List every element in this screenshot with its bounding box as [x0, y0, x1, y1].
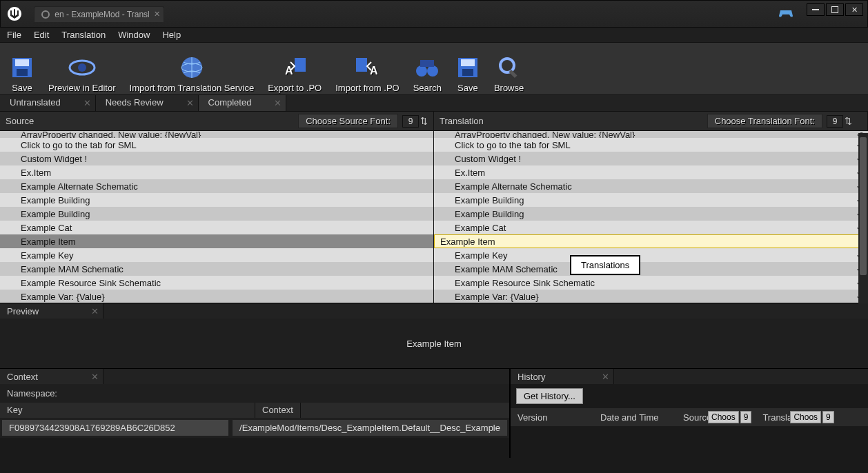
table-row[interactable]: Example Building↶	[434, 207, 868, 221]
svg-rect-0	[812, 9, 819, 10]
get-history-button[interactable]: Get History...	[516, 388, 583, 404]
source-font-size-spinner[interactable]: ⇅	[402, 115, 428, 128]
controller-icon[interactable]	[779, 8, 793, 19]
table-row[interactable]: ArrayProperty changed. New value: {NewVa…	[0, 131, 433, 138]
table-row[interactable]: Example Building↶	[434, 193, 868, 207]
choose-translation-font-button[interactable]: Choose Translation Font:	[707, 114, 822, 128]
context-panel: Context✕ Namespace: Key Context F0989734…	[0, 369, 511, 458]
preview-panel: Preview✕ Example Item	[0, 303, 868, 368]
table-row[interactable]: Example Cat	[0, 221, 433, 234]
search-button[interactable]: Search	[409, 45, 446, 93]
table-row-selected[interactable]: Example Item	[0, 234, 433, 248]
import-po-button[interactable]: A Import from .PO	[331, 45, 403, 93]
table-row[interactable]: Ex.Item↶	[434, 165, 868, 179]
choose-source-font-button[interactable]: Choose Source Font:	[298, 114, 398, 128]
close-button[interactable]: ✕	[845, 3, 863, 16]
close-icon[interactable]: ✕	[91, 306, 99, 316]
table-row[interactable]: Example Building	[0, 207, 433, 221]
table-row[interactable]: Example Resource Sink Schematic↶	[434, 276, 868, 290]
menubar: File Edit Translation Window Help	[0, 28, 868, 43]
choose-source-font-history-button[interactable]: Choos	[708, 411, 739, 423]
key-header: Key	[0, 403, 255, 418]
tab-preview[interactable]: Preview✕	[0, 303, 103, 319]
table-row[interactable]: Custom Widget !	[0, 152, 433, 165]
menu-window[interactable]: Window	[118, 30, 150, 40]
choose-translation-font-history-button[interactable]: Choos	[790, 411, 821, 423]
table-row[interactable]: Click to go to the tab for SML↶	[434, 138, 868, 152]
close-icon[interactable]: ✕	[186, 98, 194, 108]
svg-rect-18	[462, 69, 473, 76]
table-row[interactable]: Click to go to the tab for SML	[0, 138, 433, 152]
table-row[interactable]: Example Var: {Value}	[0, 290, 433, 303]
tab-completed[interactable]: Completed✕	[199, 95, 287, 111]
menu-file[interactable]: File	[7, 30, 21, 40]
tab-needs-review[interactable]: Needs Review✕	[96, 95, 199, 111]
ue-logo-icon	[1, 0, 28, 28]
table-row[interactable]: Example Cat↶	[434, 221, 868, 234]
svg-rect-4	[17, 69, 28, 76]
table-row[interactable]: ArrayProperty changed. New value: {NewVa…	[434, 131, 868, 138]
context-cell[interactable]: /ExampleMod/Items/Desc_ExampleItem.Defau…	[233, 420, 507, 436]
font-size-spinner[interactable]: 9	[740, 411, 752, 423]
tab-context[interactable]: Context✕	[0, 369, 103, 384]
table-row[interactable]: Example Var: {Value}↶	[434, 290, 868, 303]
translation-font-size-spinner[interactable]: ⇅	[827, 115, 852, 128]
table-row[interactable]: Example Resource Sink Schematic	[0, 276, 433, 290]
key-cell[interactable]: F0989734423908A1769289AB6C26D852	[2, 420, 228, 436]
browse-button[interactable]: Browse	[490, 45, 528, 93]
context-table-header: Key Context	[0, 403, 509, 418]
table-row[interactable]: Ex.Item	[0, 165, 433, 179]
source-column: ArrayProperty changed. New value: {NewVa…	[0, 131, 434, 303]
spinner-icon[interactable]: ⇅	[420, 116, 428, 126]
vertical-scrollbar[interactable]	[858, 133, 868, 303]
svg-text:A: A	[285, 65, 293, 77]
editor-tab[interactable]: en - ExampleMod - Transl ✕	[34, 6, 164, 22]
table-row[interactable]: Example Key	[0, 248, 433, 262]
eye-icon	[68, 52, 96, 83]
globe-icon	[179, 52, 204, 83]
preview-content: Example Item	[0, 319, 868, 368]
tab-close-icon[interactable]: ✕	[154, 10, 160, 19]
menu-help[interactable]: Help	[162, 30, 181, 40]
history-table-header: Version Date and Time Source Choos 9 Tra…	[511, 408, 868, 426]
floppy-icon	[10, 52, 34, 83]
export-po-button[interactable]: A Export to .PO	[264, 45, 326, 93]
tab-untranslated[interactable]: Untranslated✕	[0, 95, 96, 111]
table-row[interactable]: Example Alternate Schematic↶	[434, 179, 868, 193]
close-icon[interactable]: ✕	[91, 372, 99, 382]
context-table-row[interactable]: F0989734423908A1769289AB6C26D852 /Exampl…	[0, 418, 509, 438]
spinner-icon[interactable]: ⇅	[845, 116, 852, 126]
svg-rect-11	[356, 58, 367, 72]
export-icon: A	[281, 52, 308, 83]
translation-input-selected[interactable]: Example Item	[434, 234, 868, 248]
save-button-2[interactable]: Save	[451, 45, 484, 93]
close-icon[interactable]: ✕	[602, 372, 609, 382]
filter-tabs: Untranslated✕ Needs Review✕ Completed✕	[0, 95, 868, 112]
save-button[interactable]: Save	[6, 45, 39, 93]
scrollbar-thumb[interactable]	[860, 137, 867, 275]
table-row[interactable]: Example Key↶	[434, 248, 868, 262]
maximize-button[interactable]	[826, 3, 844, 16]
import-service-button[interactable]: Import from Translation Service	[126, 45, 259, 93]
svg-rect-1	[831, 6, 838, 13]
menu-edit[interactable]: Edit	[34, 30, 49, 40]
svg-point-6	[78, 63, 86, 72]
close-icon[interactable]: ✕	[274, 98, 282, 108]
table-row[interactable]: Example MAM Schematic	[0, 262, 433, 276]
font-size-spinner[interactable]: 9	[822, 411, 834, 423]
menu-translation[interactable]: Translation	[61, 30, 106, 40]
translation-column: ArrayProperty changed. New value: {NewVa…	[434, 131, 868, 303]
table-row[interactable]: Example MAM Schematic↶	[434, 262, 868, 276]
import-icon: A	[353, 52, 381, 83]
columns-header: Source Choose Source Font: ⇅ Translation…	[0, 112, 868, 131]
svg-rect-15	[420, 60, 434, 67]
table-row[interactable]: Custom Widget !↶	[434, 152, 868, 165]
tab-history[interactable]: History✕	[511, 369, 614, 384]
minimize-button[interactable]	[807, 3, 825, 16]
table-row[interactable]: Example Building	[0, 193, 433, 207]
close-icon[interactable]: ✕	[83, 98, 91, 108]
translation-label: Translation	[440, 116, 484, 126]
context-header: Context	[255, 403, 301, 418]
table-row[interactable]: Example Alternate Schematic	[0, 179, 433, 193]
preview-in-editor-button[interactable]: Preview in Editor	[44, 45, 120, 93]
